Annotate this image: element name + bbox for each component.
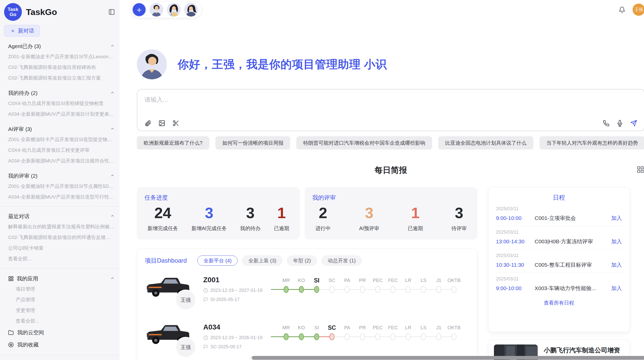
filter-pill[interactable]: 全新上装 (3) — [242, 256, 282, 266]
section-header-my-todo[interactable]: 我的待办 (2) — [0, 87, 120, 98]
milestone-node — [360, 333, 365, 340]
phone-icon[interactable] — [603, 120, 609, 127]
sidebar-item[interactable]: Z001-全新燃油轻卡产品开发项目SI造型提交物评审 — [0, 134, 120, 145]
sidebar-item[interactable]: Z001-全新燃油皮卡产品开发项目SI节点Lesson Learn报告 — [0, 51, 120, 62]
new-chat-button[interactable]: ＋ 新对话 — [4, 25, 40, 37]
project-row[interactable]: 王强 A034 2023-12-19 ~ 2026-01-19 SC-2025-… — [145, 322, 470, 360]
sidebar-item-cloud-space[interactable]: 我的云空间 — [0, 326, 120, 339]
add-agent-button[interactable]: ＋ — [132, 3, 146, 17]
app-link[interactable]: 产品管理 — [0, 294, 120, 305]
dashboard-filters: 全新平台 (4)全新上装 (3)年型 (2)动总开发 (1) — [197, 256, 362, 266]
milestone-node — [406, 286, 411, 293]
sidebar-item[interactable]: A034-全新新能源MUV产品开发项目造型可行性评审 — [0, 192, 120, 202]
milestone-node — [390, 286, 396, 293]
section-title: AI评审 (3) — [8, 126, 110, 133]
horizontal-scrollbar[interactable] — [250, 356, 644, 360]
stat-item: 3 我的待办 — [240, 205, 260, 232]
scissors-icon[interactable] — [172, 120, 179, 127]
app-link[interactable]: 变更管理 — [0, 305, 120, 316]
milestone-label: MR — [282, 275, 290, 286]
filter-pill[interactable]: 动总开发 (1) — [321, 256, 362, 266]
schedule-card: 日程 2025/03/11 9:00-10:00 C001-立项审批会 加入 — [488, 187, 630, 332]
join-link[interactable]: 加入 — [611, 285, 622, 292]
recent-chat-item[interactable]: 解释最新出台的欧盟报废车法规再生塑料比例被调到15%... — [0, 221, 120, 232]
milestone: PEC — [370, 275, 385, 293]
schedule-time: 13:00-14:30 — [496, 238, 535, 245]
suggestion-chip[interactable]: 如何写一份清晰的项目周报 — [215, 136, 290, 149]
sidebar-item[interactable]: C0X4-动力总成开发项目SI里程碑提交物检查 — [0, 98, 120, 109]
project-row[interactable]: 王强 Z001 2023-12-19 ~ 2027-01-19 SI-2025-… — [145, 275, 470, 313]
flag-icon — [203, 297, 208, 302]
milestone: KO — [294, 275, 309, 293]
app-link[interactable]: 查看全部... — [0, 316, 120, 326]
project-milestone-flag: SI-2025-05-17 — [203, 297, 279, 302]
section-header-agent-done[interactable]: Agent已办 (3) — [0, 41, 120, 51]
project-milestone-flag: SC-2025-05-17 — [203, 344, 279, 350]
stats-row: 任务进度 24 新增完成任务 3 新增AI — [137, 187, 477, 239]
milestone-label: PA — [344, 275, 350, 286]
section-items: Z001-全新燃油轻卡产品开发项目SI造型提交物评审C0X4-动力总成开发项目工… — [0, 134, 120, 166]
section-title: 最近对话 — [8, 213, 110, 220]
send-icon[interactable] — [630, 120, 637, 127]
image-upload-icon[interactable] — [158, 120, 165, 127]
view-all-schedule-link[interactable]: 查看所有日程 — [496, 299, 622, 306]
microphone-icon[interactable] — [617, 120, 623, 127]
project-date-range: 2023-12-19 ~ 2026-01-19 — [203, 335, 279, 340]
milestone: SI — [309, 275, 324, 293]
assistant-avatar — [137, 49, 167, 79]
main-area: ＋ 王强 你好，王强，我是你的 — [120, 0, 644, 360]
schedule-title: 日程 — [496, 193, 622, 202]
sidebar-item-favorites[interactable]: 我的收藏 — [0, 339, 120, 351]
suggestion-chip[interactable]: 特朗普可能对进口汽车增税会对中国车企造成哪些影响 — [296, 136, 432, 149]
milestone-label: PA — [344, 323, 350, 333]
filter-pill[interactable]: 年型 (2) — [287, 256, 317, 266]
agent-avatar[interactable] — [150, 3, 163, 17]
sidebar-item[interactable]: C02-飞腾新能源轻客改款项目立项汇报方案 — [0, 73, 120, 83]
sidebar-item[interactable]: A034-全新新能源MUV产品开发项目计划变更表编写 — [0, 109, 120, 119]
sidebar-item-ai-employee[interactable]: AI超级员工 — [0, 358, 120, 360]
sidebar-item[interactable]: C02-飞腾新能源轻客改款项目里程碑画布 — [0, 62, 120, 73]
milestone: PA — [340, 323, 355, 340]
join-link[interactable]: 加入 — [611, 215, 622, 222]
suggestion-chip[interactable]: 比亚迪全固态电池计划具体说了什么 — [438, 136, 533, 149]
recent-chat-item[interactable]: 查看全部... — [0, 253, 120, 264]
schedule-item: 2025/03/11 13:00-14:30 C003|H0B-方案冻结评审 加… — [496, 226, 622, 249]
section-header-my-review[interactable]: 我的评审 (2) — [0, 170, 120, 181]
section-header-ai-review[interactable]: AI评审 (3) — [0, 124, 120, 134]
join-link[interactable]: 加入 — [611, 261, 622, 268]
greeting-row: 你好，王强，我是你的项目管理助理 小识 — [137, 49, 644, 79]
agent-avatar[interactable] — [184, 3, 198, 17]
sidebar-item[interactable]: A034-全新新能源MUV产品开发项目法规符合性评审 — [0, 156, 120, 166]
sidebar-item[interactable]: C0X4-动力总成开发项目工程变更评审 — [0, 145, 120, 156]
chat-input[interactable]: 请输入... — [137, 89, 644, 131]
sidebar-item[interactable]: Z001-全新燃油轻卡产品开发项目SI节点属性5D文件评审 — [0, 181, 120, 192]
filter-pill[interactable]: 全新平台 (4) — [197, 256, 238, 266]
notification-bell-icon[interactable] — [619, 6, 625, 13]
scrollbar-thumb[interactable] — [252, 356, 644, 360]
attachment-icon[interactable] — [144, 120, 151, 127]
suggestion-chip[interactable]: 欧洲新规最近颁布了什么? — [137, 136, 209, 149]
milestone-node — [345, 286, 350, 293]
section-header-my-apps[interactable]: 我的应用 — [0, 273, 120, 284]
agent-avatar[interactable] — [167, 3, 181, 17]
user-avatar[interactable]: 王强 — [633, 4, 644, 16]
section-header-recent[interactable]: 最近对话 — [0, 211, 120, 221]
milestone: LR — [401, 323, 416, 340]
section-title: 我的应用 — [17, 275, 107, 282]
milestone-node — [329, 333, 334, 340]
recent-chat-item[interactable]: C02-飞腾新能源轻客改款项目的闭环通告反馈情况 — [0, 232, 120, 243]
suggestion-chip[interactable]: 当下年轻人对汽车外观有怎样的喜好趋势 — [539, 136, 644, 149]
milestone-node — [436, 286, 441, 293]
recent-chat-item[interactable]: 公司Q3轻卡销量 — [0, 243, 120, 253]
quick-agents-bar: ＋ — [130, 1, 202, 18]
sidebar-collapse-icon[interactable] — [108, 9, 115, 15]
layout-grid-icon[interactable] — [637, 166, 644, 174]
stat-items: 24 新增完成任务 3 新增AI完成任务 3 — [144, 205, 292, 232]
join-link[interactable]: 加入 — [611, 238, 622, 245]
schedule-time: 10:30-11:30 — [496, 262, 535, 268]
sidebar-section-agent-done: Agent已办 (3) Z001-全新燃油皮卡产品开发项目SI节点Lesson … — [0, 41, 120, 83]
project-info: Z001 2023-12-19 ~ 2027-01-19 SI-2025-05-… — [203, 275, 279, 302]
stat-items: 2 进行中 3 AI预评审 1 — [312, 205, 470, 232]
app-link[interactable]: 项目管理 — [0, 284, 120, 294]
stat-value: 1 — [274, 205, 289, 221]
